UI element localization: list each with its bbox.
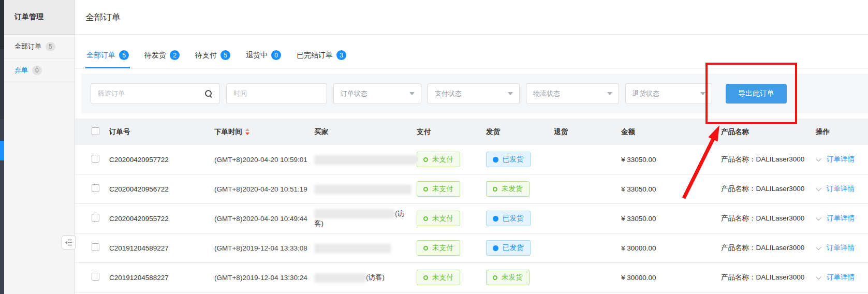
shipping-status-badge: 已发货 — [486, 240, 531, 256]
col-buyer: 买家 — [314, 127, 417, 137]
order-tab[interactable]: 待发货 2 — [143, 50, 181, 68]
nav-rail-active-indicator — [0, 141, 4, 160]
product-name: 产品名称：DALILaser3000 — [721, 243, 816, 253]
order-time: (GMT+8)2020-04-20 10:51:19 — [214, 185, 314, 193]
buyer-cell — [314, 154, 417, 164]
col-action: 操作 — [816, 127, 868, 137]
status-ring-icon — [423, 187, 428, 192]
sidebar-item[interactable]: 全部订单 5 — [4, 35, 75, 58]
order-tab[interactable]: 已完结订单 3 — [296, 50, 347, 68]
caret-down-icon — [409, 92, 415, 95]
filter-panel: 订单状态 支付状态 物流状态 退货状态 导出此订单 — [81, 74, 868, 113]
buyer-name-redacted — [314, 185, 411, 194]
order-detail-link[interactable]: 订单详情 — [827, 184, 855, 194]
order-tab[interactable]: 待支付 5 — [194, 50, 231, 68]
sidebar-item[interactable]: 弃单 0 — [4, 58, 75, 82]
time-input[interactable] — [227, 84, 327, 104]
sort-icon[interactable] — [245, 128, 249, 135]
tab-count-badge: 0 — [271, 50, 281, 60]
select-all-checkbox[interactable] — [92, 127, 99, 135]
sidebar: 订单管理 全部订单 5 弃单 0 — [4, 0, 75, 294]
order-time: (GMT+8)2020-04-20 10:59:01 — [214, 156, 314, 164]
status-dot-icon — [493, 157, 498, 163]
col-payment: 支付 — [417, 127, 486, 137]
buyer-cell — [314, 184, 417, 194]
order-detail-link[interactable]: 订单详情 — [827, 214, 855, 223]
col-return: 退货 — [554, 127, 621, 137]
caret-down-icon — [508, 92, 513, 95]
menu-fold-icon — [65, 239, 72, 246]
order-tab[interactable]: 退货中 0 — [245, 50, 282, 68]
sidebar-count-badge: 0 — [32, 66, 42, 75]
status-dot-icon — [493, 216, 498, 222]
status-dot-icon — [493, 275, 497, 280]
status-ring-icon — [423, 246, 428, 251]
buyer-name-redacted — [314, 244, 391, 253]
row-checkbox[interactable] — [92, 214, 99, 222]
row-checkbox[interactable] — [92, 184, 99, 192]
order-time: (GMT+8)2019-12-04 13:33:08 — [214, 244, 314, 252]
buyer-name-redacted — [314, 209, 395, 218]
shipping-status-badge: 未发货 — [486, 270, 529, 285]
status-dot-icon — [493, 245, 498, 251]
search-input[interactable] — [91, 84, 219, 104]
order-detail-link[interactable]: 订单详情 — [827, 155, 855, 164]
product-name: 产品名称：DALILaser3000 — [721, 273, 816, 282]
product-name: 产品名称：DALILaser3000 — [721, 155, 816, 164]
order-detail-link[interactable]: 订单详情 — [827, 273, 855, 282]
export-orders-button[interactable]: 导出此订单 — [726, 84, 787, 104]
table-header: 订单号 下单时间 买家 支付 发货 退货 金额 产品名称 操作 — [75, 119, 868, 145]
product-name: 产品名称：DALILaser3000 — [721, 214, 816, 223]
status-filter-select[interactable]: 物流状态 — [526, 83, 619, 104]
order-amount: ¥ 33050.00 — [621, 215, 721, 223]
buyer-cell — [314, 243, 417, 253]
chevron-down-icon[interactable] — [816, 156, 821, 161]
shipping-status-badge: 已发货 — [486, 211, 531, 226]
main-content: 全部订单 全部订单 5 待发货 2 待支付 5 退货中 0 已完结订单 3 订单… — [75, 0, 868, 294]
product-name: 产品名称：DALILaser3000 — [721, 184, 816, 194]
order-management-page: 订单管理 全部订单 5 弃单 0 全部订单 全部订单 5 待发货 2 待支付 5… — [0, 0, 868, 294]
col-order-time[interactable]: 下单时间 — [214, 127, 314, 137]
nav-rail — [0, 0, 4, 294]
nav-rail-top-segment — [0, 0, 4, 49]
tab-count-badge: 5 — [119, 50, 129, 60]
order-time: (GMT+8)2019-12-04 13:30:24 — [214, 274, 314, 282]
status-ring-icon — [423, 275, 428, 280]
status-filter-select[interactable]: 订单状态 — [333, 83, 421, 104]
chevron-down-icon[interactable] — [816, 274, 821, 280]
status-filter-select[interactable]: 支付状态 — [428, 83, 520, 104]
order-tab[interactable]: 全部订单 5 — [85, 50, 130, 68]
status-ring-icon — [423, 157, 428, 162]
order-number: C20191204588227 — [109, 274, 214, 282]
payment-status-badge: 未支付 — [417, 211, 460, 226]
shipping-status-badge: 已发货 — [486, 152, 531, 167]
row-checkbox[interactable] — [92, 273, 99, 281]
row-checkbox[interactable] — [92, 155, 99, 163]
status-ring-icon — [423, 216, 428, 221]
table-row: C20200420956722 (GMT+8)2020-04-20 10:51:… — [75, 174, 868, 204]
col-shipping: 发货 — [486, 127, 554, 137]
row-checkbox[interactable] — [92, 243, 99, 251]
chevron-down-icon[interactable] — [816, 185, 821, 191]
buyer-cell: (访客) — [314, 209, 417, 228]
buyer-name-redacted — [314, 273, 366, 283]
table-row: C20200420957722 (GMT+8)2020-04-20 10:59:… — [75, 145, 868, 174]
chevron-down-icon[interactable] — [816, 244, 821, 250]
order-number: C20200420955722 — [109, 215, 214, 223]
order-detail-link[interactable]: 订单详情 — [827, 243, 855, 253]
search-icon[interactable] — [205, 90, 213, 98]
order-number: C20200420957722 — [109, 156, 214, 164]
chevron-down-icon[interactable] — [816, 215, 821, 220]
buyer-suffix: (访客) — [366, 273, 385, 281]
caret-down-icon — [700, 92, 705, 95]
payment-status-badge: 未支付 — [417, 152, 460, 167]
col-order-no: 订单号 — [109, 127, 214, 137]
tab-count-badge: 3 — [336, 50, 346, 60]
caret-down-icon — [607, 92, 612, 95]
sidebar-collapse-button[interactable] — [62, 236, 76, 249]
order-time: (GMT+8)2020-04-20 10:49:44 — [214, 215, 314, 223]
status-filter-select[interactable]: 退货状态 — [625, 83, 712, 104]
order-number: C20191204589227 — [109, 244, 214, 252]
order-amount: ¥ 30000.00 — [621, 244, 721, 252]
buyer-cell: (访客) — [314, 272, 417, 282]
